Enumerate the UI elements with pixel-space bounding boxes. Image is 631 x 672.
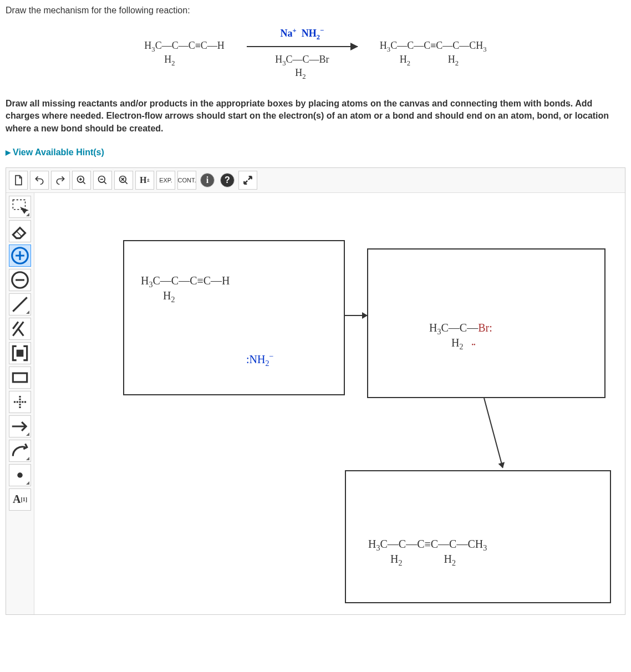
eraser-tool[interactable] xyxy=(9,220,31,242)
reaction-arrow-tool[interactable] xyxy=(9,415,31,437)
reagent-above: Na+ NH2− xyxy=(281,27,324,42)
reagent-below: H3C—C—Br H2 xyxy=(275,54,329,81)
bracket-tool[interactable] xyxy=(9,342,31,364)
new-button[interactable] xyxy=(9,171,28,190)
svg-rect-3 xyxy=(13,200,25,209)
left-toolbar: A[1] xyxy=(6,193,34,614)
intermediate-box[interactable]: H3C—C—Br: H2 •• xyxy=(367,248,605,398)
undo-icon xyxy=(34,175,45,186)
bracket-icon xyxy=(9,343,30,364)
directions-text: Draw all missing reactants and/or produc… xyxy=(6,98,625,135)
rectangle-icon xyxy=(9,367,30,388)
drawing-canvas[interactable]: H3C—C—C≡C—H H2 :NH2− H3C—C—Br: H2 •• H3C… xyxy=(34,193,625,614)
zoom-out-icon xyxy=(97,175,108,186)
redo-icon xyxy=(55,175,66,186)
curved-arrow-tool[interactable] xyxy=(9,440,31,462)
redo-button[interactable] xyxy=(51,171,70,190)
zoom-reset-icon xyxy=(118,175,129,186)
help-button[interactable]: ? xyxy=(220,173,235,187)
info-button[interactable]: i xyxy=(200,173,215,187)
lone-pair-tool[interactable] xyxy=(9,464,31,486)
plus-sign-tool[interactable] xyxy=(9,391,31,413)
marquee-tool[interactable] xyxy=(9,196,31,218)
help-icon: ? xyxy=(225,175,230,185)
hydrogen-toggle-button[interactable]: H± xyxy=(135,171,154,190)
structure-editor: H± EXP. CONT. i ? xyxy=(6,167,625,615)
decrease-charge-tool[interactable] xyxy=(9,269,31,291)
reaction-arrow: Na+ NH2− H3C—C—Br H2 xyxy=(247,27,358,81)
plus-icon xyxy=(9,391,30,413)
top-toolbar: H± EXP. CONT. i ? xyxy=(6,168,625,193)
double-bond-icon xyxy=(9,318,30,339)
minus-circle-icon xyxy=(9,269,30,291)
rectangle-tool[interactable] xyxy=(9,366,31,389)
atom-label-tool[interactable]: A[1] xyxy=(9,488,31,511)
reactant-box[interactable]: H3C—C—C≡C—H H2 :NH2− xyxy=(123,240,345,395)
expand-abbrev-button[interactable]: EXP. xyxy=(156,171,175,190)
expand-icon xyxy=(242,175,253,186)
product-molecule[interactable]: H3C—C—C≡C—C—CH3 H2 H2 xyxy=(368,538,487,568)
zoom-out-button[interactable] xyxy=(93,171,112,190)
expand-button[interactable] xyxy=(238,171,257,190)
document-icon xyxy=(13,175,24,186)
arrow-step1 xyxy=(345,315,367,316)
view-hints-link[interactable]: View Available Hint(s) xyxy=(6,143,104,162)
instruction-text: Draw the mechanism for the following rea… xyxy=(6,6,625,16)
amide-ion[interactable]: :NH2− xyxy=(246,352,273,368)
product-formula: H3C—C—C≡C—C—CH3 H2 H2 xyxy=(380,40,487,67)
alkyne-molecule[interactable]: H3C—C—C≡C—H H2 xyxy=(141,274,230,304)
svg-rect-7 xyxy=(13,373,27,382)
atom-label-text: A xyxy=(13,493,21,506)
reaction-scheme: H3C—C—C≡C—H H2 Na+ NH2− H3C—C—Br H2 H3C—… xyxy=(6,27,625,81)
double-bond-tool[interactable] xyxy=(9,318,31,340)
atom-label-super: [1] xyxy=(21,496,27,502)
reactant-formula: H3C—C—C≡C—H H2 xyxy=(144,40,224,67)
svg-rect-6 xyxy=(17,350,24,357)
contract-abbrev-button[interactable]: CONT. xyxy=(177,171,196,190)
zoom-in-button[interactable] xyxy=(72,171,91,190)
plus-circle-icon xyxy=(9,245,30,266)
product-box[interactable]: H3C—C—C≡C—C—CH3 H2 H2 xyxy=(345,470,611,603)
eraser-icon xyxy=(9,221,30,242)
zoom-reset-button[interactable] xyxy=(114,171,133,190)
info-icon: i xyxy=(206,175,208,185)
increase-charge-tool[interactable] xyxy=(9,245,31,267)
undo-button[interactable] xyxy=(30,171,49,190)
zoom-in-icon xyxy=(76,175,87,186)
alkyl-bromide[interactable]: H3C—C—Br: H2 •• xyxy=(429,322,492,352)
svg-point-8 xyxy=(17,472,23,478)
arrow-step2 xyxy=(484,398,503,468)
single-bond-tool[interactable] xyxy=(9,293,31,315)
